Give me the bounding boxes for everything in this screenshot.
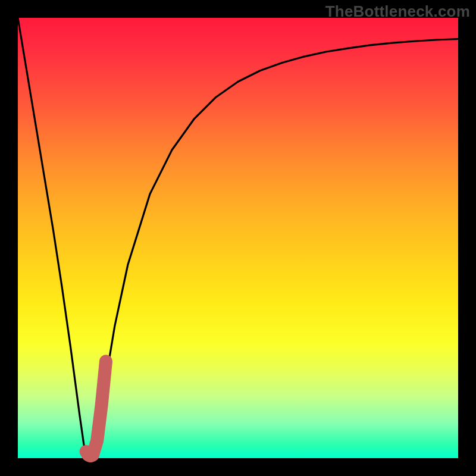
chart-svg xyxy=(18,18,458,458)
chart-frame: TheBottleneck.com xyxy=(0,0,476,476)
main-curve xyxy=(18,18,458,458)
bottleneck-marker xyxy=(86,361,106,456)
